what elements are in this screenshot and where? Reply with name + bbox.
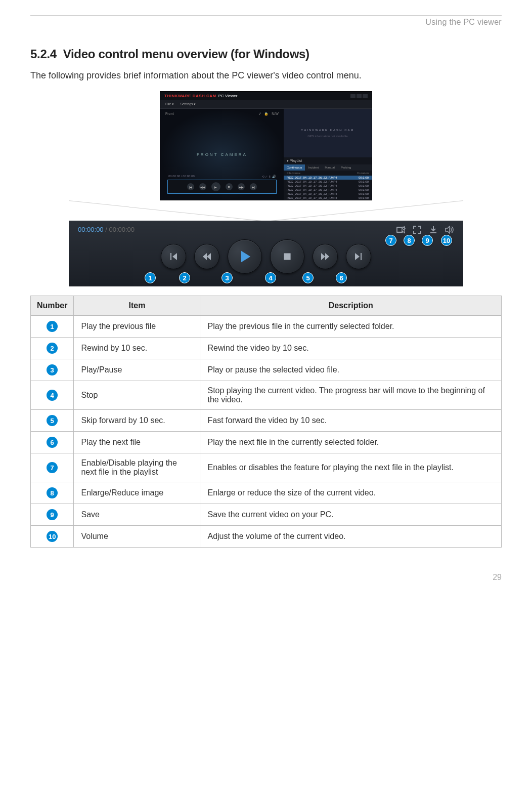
callout-9: 9 [422,235,433,246]
menu-file[interactable]: File ▾ [165,102,174,106]
rewind-button[interactable] [194,244,219,269]
callout-2: 2 [179,272,190,283]
stop-button[interactable] [270,239,304,274]
playlist-row[interactable]: REC_2017_04_10_17_36_22_F.MP400:1:00 [284,184,372,188]
mini-next-icon: ▶| [250,183,257,190]
mini-rewind-icon: ◀◀ [199,183,206,190]
table-row: 10VolumeAdjust the volume of the current… [31,526,502,548]
th-item: Item [74,296,200,316]
playlist-label: ▾ PlayList [284,157,372,164]
section-number: 5.2.4 [30,47,57,61]
volume-icon[interactable] [445,226,454,234]
table-row: 8Enlarge/Reduce imageEnlarge or reduce t… [31,482,502,504]
table-row: 5Skip forward by 10 sec.Fast forward the… [31,410,502,432]
callout-4: 4 [265,272,276,283]
app-screenshot: THINKWARE DASH CAM PC Viewer File ▾ Sett… [160,91,372,200]
tab-incident[interactable]: Incident [305,164,322,171]
prev-file-button[interactable] [161,244,186,269]
callout-3: 3 [221,272,233,283]
mini-stop-icon: ■ [226,183,233,190]
callout-10: 10 [441,235,452,246]
callout-6: 6 [336,272,347,283]
section-heading: Video control menu overview (for Windows… [63,47,309,61]
next-file-button[interactable] [346,244,371,269]
app-brand: THINKWARE DASH CAM [164,94,216,98]
tab-parking[interactable]: Parking [338,164,354,171]
svg-rect-0 [397,228,402,232]
app-brand-suffix: PC Viewer [218,94,238,98]
section-title: 5.2.4 Video control menu overview (for W… [30,47,502,61]
table-row: 7Enable/Disable playing the next file in… [31,453,502,482]
playlist-row[interactable]: REC_2017_04_10_17_36_22_F.MP400:1:00 [284,196,372,200]
th-description: Description [200,296,502,316]
enlarge-icon[interactable] [413,226,422,234]
enlarged-control-bar: 00:00:00 / 00:00:00 1 2 3 4 5 6 [69,221,463,286]
tab-continuous[interactable]: Continuous [284,164,305,171]
mini-prev-icon: |◀ [187,183,194,190]
description-table: Number Item Description 1Play the previo… [30,296,502,548]
svg-rect-1 [284,253,290,260]
timecode: 00:00:00 / 00:00:00 [78,226,135,233]
table-row: 2Rewind by 10 sec.Rewind the video by 10… [31,338,502,359]
playlist-row[interactable]: REC_2017_04_10_17_36_22_F.MP400:1:00 [284,192,372,196]
callout-8: 8 [404,235,415,246]
forward-button[interactable] [313,244,338,269]
menu-settings[interactable]: Settings ▾ [180,102,196,106]
section-intro: The following provides brief information… [30,70,502,81]
tab-manual[interactable]: Manual [322,164,338,171]
playlist-row[interactable]: REC_2017_04_10_17_36_22_F.MP400:1:00 [284,176,372,180]
mini-forward-icon: ▶▶ [238,183,245,190]
playlist-row[interactable]: REC_2017_04_10_17_36_22_F.MP400:1:00 [284,188,372,192]
window-controls [350,94,368,98]
map-brand: THINKWARE DASH CAM [301,128,354,132]
front-tab[interactable]: Front [165,112,173,116]
table-row: 1Play the previous filePlay the previous… [31,316,502,338]
callout-5: 5 [302,272,314,283]
page-header: Using the PC viewer [30,18,502,27]
table-row: 3Play/PausePlay or pause the selected vi… [31,359,502,381]
callout-7: 7 [385,235,396,246]
page-number: 29 [0,558,532,592]
front-camera-label: FRONT CAMERA [197,152,247,157]
table-row: 6Play the next filePlay the next file in… [31,432,502,453]
table-row: 9SaveSave the current video on your PC. [31,504,502,526]
playlist-row[interactable]: REC_2017_04_10_17_36_22_F.MP400:1:00 [284,180,372,184]
mini-controls-highlight: |◀ ◀◀ ▶ ■ ▶▶ ▶| [167,180,277,194]
mini-play-icon: ▶ [211,182,220,191]
table-row: 4StopStop playing the current video. The… [31,381,502,410]
callout-1: 1 [145,272,156,283]
th-number: Number [31,296,74,316]
play-pause-button[interactable] [228,239,262,274]
video-top-icons: ⤢ 🔒 N/W [258,112,279,116]
save-icon[interactable] [429,226,438,234]
autoplay-next-icon[interactable] [396,226,406,234]
